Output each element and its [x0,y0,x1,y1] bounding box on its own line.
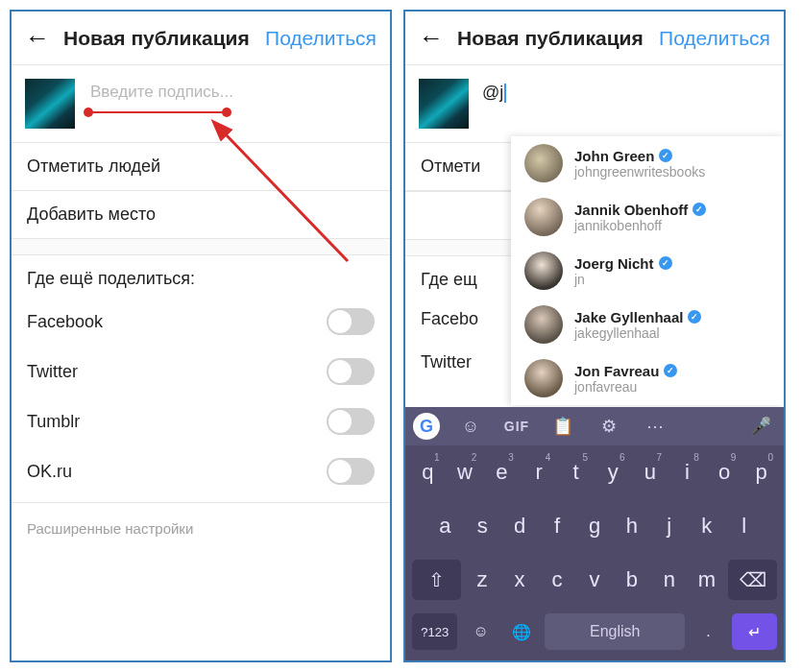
spacebar-key[interactable]: English [545,613,685,650]
keyboard-row-1: q1w2e3r4t5y6u7i8o9p0 [405,445,784,499]
network-label: OK.ru [27,462,327,482]
keyboard-toolbar: G ☺ GIF 📋 ⚙ ⋯ 🎤 [405,407,784,445]
key-d[interactable]: d [504,506,536,546]
left-screenshot: ← Новая публикация Поделиться Отметить л… [10,10,392,662]
annotation-underline [88,111,227,113]
add-location-row[interactable]: Добавить место [12,191,390,239]
numeric-toggle-key[interactable]: ?123 [412,613,457,650]
verified-icon: ✓ [693,203,706,216]
network-label: Tumblr [27,412,327,432]
key-w[interactable]: w2 [450,452,481,492]
share-okru-row: OK.ru [12,446,390,496]
keyboard-row-2: asdfghjkl [405,499,784,553]
key-h[interactable]: h [616,506,647,546]
back-arrow-icon[interactable]: ← [25,23,50,53]
enter-key[interactable]: ↵ [732,613,777,650]
avatar [524,198,563,236]
verified-icon: ✓ [664,364,677,377]
okru-toggle[interactable] [327,458,375,485]
facebook-toggle[interactable] [327,308,375,335]
key-c[interactable]: c [542,560,573,600]
share-button[interactable]: Поделиться [659,27,770,50]
on-screen-keyboard: G ☺ GIF 📋 ⚙ ⋯ 🎤 q1w2e3r4t5y6u7i8o9p0 asd… [405,407,784,660]
key-b[interactable]: b [616,560,647,600]
verified-icon: ✓ [659,149,672,162]
key-s[interactable]: s [467,506,498,546]
also-share-label: Где ещё поделиться: [12,255,390,297]
share-button[interactable]: Поделиться [265,27,377,50]
advanced-settings[interactable]: Расширенные настройки [12,502,390,554]
share-tumblr-row: Tumblr [12,396,390,446]
more-icon[interactable]: ⋯ [640,416,670,437]
key-l[interactable]: l [728,506,760,546]
caption-input[interactable]: @j [482,79,506,103]
avatar [524,252,563,290]
key-o[interactable]: o9 [709,452,741,492]
key-q[interactable]: q1 [412,452,444,492]
key-i[interactable]: i8 [671,452,703,492]
post-thumbnail[interactable] [25,79,75,129]
key-x[interactable]: x [504,560,536,600]
compose-row: @j [405,65,784,143]
key-e[interactable]: e3 [486,452,518,492]
keyboard-row-bottom: ?123 ☺ 🌐 English . ↵ [405,607,784,660]
key-g[interactable]: g [579,506,611,546]
suggestion-item[interactable]: Joerg Nicht✓ jn [511,244,784,298]
header: ← Новая публикация Поделиться [405,12,784,65]
key-f[interactable]: f [542,506,573,546]
keyboard-row-3: ⇧ zxcvbnm ⌫ [405,553,784,607]
suggestion-item[interactable]: Jake Gyllenhaal✓ jakegyllenhaal [511,298,784,351]
suggestion-item[interactable]: John Green✓ johngreenwritesbooks [511,136,784,190]
key-z[interactable]: z [467,560,498,600]
globe-key[interactable]: 🌐 [504,613,539,650]
text-cursor [504,84,506,103]
network-label: Twitter [27,362,327,382]
verified-icon: ✓ [688,310,701,324]
sticker-icon[interactable]: ☺ [455,417,486,437]
backspace-key[interactable]: ⌫ [728,560,777,600]
caption-input[interactable] [88,79,377,103]
google-icon[interactable]: G [413,413,440,440]
post-thumbnail[interactable] [419,79,469,129]
avatar [524,305,563,344]
page-title: Новая публикация [63,27,265,50]
back-arrow-icon[interactable]: ← [419,23,444,53]
settings-icon[interactable]: ⚙ [594,416,624,437]
compose-row [12,65,390,143]
key-k[interactable]: k [691,506,722,546]
key-t[interactable]: t5 [560,452,592,492]
section-divider [12,239,390,255]
key-n[interactable]: n [653,560,685,600]
header: ← Новая публикация Поделиться [12,12,390,65]
tag-people-row[interactable]: Отметить людей [12,143,390,191]
mention-suggestions: John Green✓ johngreenwritesbooks Jannik … [511,136,784,405]
shift-key[interactable]: ⇧ [412,560,461,600]
suggestion-item[interactable]: Jon Favreau✓ jonfavreau [511,351,784,405]
key-u[interactable]: u7 [635,452,667,492]
key-j[interactable]: j [653,506,685,546]
key-p[interactable]: p0 [745,452,777,492]
key-y[interactable]: y6 [597,452,629,492]
key-v[interactable]: v [579,560,611,600]
share-twitter-row: Twitter [12,347,390,396]
share-facebook-row: Facebook [12,297,390,347]
verified-icon: ✓ [659,256,672,270]
page-title: Новая публикация [457,27,659,50]
avatar [524,144,563,182]
period-key[interactable]: . [691,613,725,650]
gif-icon[interactable]: GIF [501,419,532,434]
tumblr-toggle[interactable] [327,408,375,435]
right-screenshot: ← Новая публикация Поделиться @j Отмети … [403,10,786,662]
key-m[interactable]: m [691,560,722,600]
clipboard-icon[interactable]: 📋 [547,416,578,437]
key-r[interactable]: r4 [523,452,555,492]
suggestion-item[interactable]: Jannik Obenhoff✓ jannikobenhoff [511,190,784,244]
emoji-key[interactable]: ☺ [463,613,498,650]
key-a[interactable]: a [429,506,461,546]
network-label: Facebook [27,312,327,332]
avatar [524,359,563,397]
mic-icon[interactable]: 🎤 [745,416,776,437]
twitter-toggle[interactable] [327,358,375,385]
